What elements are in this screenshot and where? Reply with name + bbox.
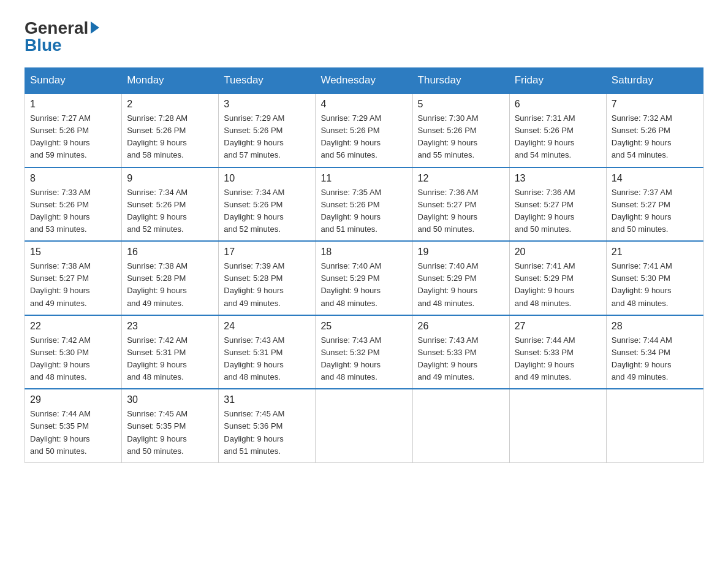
calendar-cell: 30Sunrise: 7:45 AMSunset: 5:35 PMDayligh… (122, 389, 219, 462)
calendar-week-row: 15Sunrise: 7:38 AMSunset: 5:27 PMDayligh… (25, 241, 703, 315)
calendar-cell: 10Sunrise: 7:34 AMSunset: 5:26 PMDayligh… (219, 167, 316, 242)
weekday-header-tuesday: Tuesday (219, 68, 316, 94)
day-info: Sunrise: 7:38 AMSunset: 5:28 PMDaylight:… (127, 260, 213, 310)
weekday-header-row: SundayMondayTuesdayWednesdayThursdayFrid… (25, 68, 703, 94)
day-number: 4 (320, 99, 407, 110)
day-info: Sunrise: 7:33 AMSunset: 5:26 PMDaylight:… (30, 186, 116, 236)
day-number: 24 (224, 321, 310, 332)
calendar-cell: 29Sunrise: 7:44 AMSunset: 5:35 PMDayligh… (25, 389, 122, 462)
day-info: Sunrise: 7:45 AMSunset: 5:36 PMDaylight:… (224, 408, 310, 458)
calendar-cell: 12Sunrise: 7:36 AMSunset: 5:27 PMDayligh… (412, 167, 509, 242)
calendar-cell: 2Sunrise: 7:28 AMSunset: 5:26 PMDaylight… (122, 93, 219, 167)
day-info: Sunrise: 7:31 AMSunset: 5:26 PMDaylight:… (515, 112, 601, 162)
weekday-header-wednesday: Wednesday (316, 68, 412, 94)
day-info: Sunrise: 7:43 AMSunset: 5:33 PMDaylight:… (418, 334, 504, 384)
day-info: Sunrise: 7:36 AMSunset: 5:27 PMDaylight:… (515, 186, 601, 236)
day-number: 25 (320, 321, 407, 332)
day-number: 5 (418, 99, 504, 110)
day-info: Sunrise: 7:34 AMSunset: 5:26 PMDaylight:… (127, 186, 213, 236)
day-info: Sunrise: 7:44 AMSunset: 5:35 PMDaylight:… (30, 408, 116, 458)
day-info: Sunrise: 7:35 AMSunset: 5:26 PMDaylight:… (320, 186, 407, 236)
day-number: 23 (127, 321, 213, 332)
calendar-cell: 21Sunrise: 7:41 AMSunset: 5:30 PMDayligh… (606, 241, 703, 315)
day-info: Sunrise: 7:38 AMSunset: 5:27 PMDaylight:… (30, 260, 116, 310)
calendar-cell: 18Sunrise: 7:40 AMSunset: 5:29 PMDayligh… (316, 241, 412, 315)
page-header: General Blue (25, 18, 703, 55)
calendar-cell: 9Sunrise: 7:34 AMSunset: 5:26 PMDaylight… (122, 167, 219, 242)
day-number: 28 (612, 321, 698, 332)
calendar-cell: 7Sunrise: 7:32 AMSunset: 5:26 PMDaylight… (606, 93, 703, 167)
day-info: Sunrise: 7:29 AMSunset: 5:26 PMDaylight:… (320, 112, 407, 162)
calendar-cell: 22Sunrise: 7:42 AMSunset: 5:30 PMDayligh… (25, 315, 122, 389)
day-info: Sunrise: 7:42 AMSunset: 5:30 PMDaylight:… (30, 334, 116, 384)
day-info: Sunrise: 7:28 AMSunset: 5:26 PMDaylight:… (127, 112, 213, 162)
day-number: 10 (224, 173, 310, 184)
day-info: Sunrise: 7:36 AMSunset: 5:27 PMDaylight:… (418, 186, 504, 236)
calendar-cell: 3Sunrise: 7:29 AMSunset: 5:26 PMDaylight… (219, 93, 316, 167)
day-number: 29 (30, 394, 116, 405)
calendar-cell: 23Sunrise: 7:42 AMSunset: 5:31 PMDayligh… (122, 315, 219, 389)
calendar-cell: 1Sunrise: 7:27 AMSunset: 5:26 PMDaylight… (25, 93, 122, 167)
day-info: Sunrise: 7:42 AMSunset: 5:31 PMDaylight:… (127, 334, 213, 384)
calendar-table: SundayMondayTuesdayWednesdayThursdayFrid… (25, 67, 703, 463)
day-number: 17 (224, 247, 310, 258)
calendar-cell: 6Sunrise: 7:31 AMSunset: 5:26 PMDaylight… (509, 93, 606, 167)
calendar-week-row: 29Sunrise: 7:44 AMSunset: 5:35 PMDayligh… (25, 389, 703, 462)
day-number: 15 (30, 247, 116, 258)
weekday-header-saturday: Saturday (606, 68, 703, 94)
calendar-cell (606, 389, 703, 462)
day-info: Sunrise: 7:43 AMSunset: 5:31 PMDaylight:… (224, 334, 310, 384)
calendar-cell: 13Sunrise: 7:36 AMSunset: 5:27 PMDayligh… (509, 167, 606, 242)
calendar-week-row: 1Sunrise: 7:27 AMSunset: 5:26 PMDaylight… (25, 93, 703, 167)
day-info: Sunrise: 7:30 AMSunset: 5:26 PMDaylight:… (418, 112, 504, 162)
day-number: 21 (612, 247, 698, 258)
day-number: 19 (418, 247, 504, 258)
calendar-cell: 4Sunrise: 7:29 AMSunset: 5:26 PMDaylight… (316, 93, 412, 167)
day-number: 16 (127, 247, 213, 258)
day-number: 18 (320, 247, 407, 258)
logo-blue-text: Blue (25, 36, 62, 55)
day-number: 11 (320, 173, 407, 184)
day-info: Sunrise: 7:27 AMSunset: 5:26 PMDaylight:… (30, 112, 116, 162)
day-info: Sunrise: 7:44 AMSunset: 5:34 PMDaylight:… (612, 334, 698, 384)
calendar-cell: 16Sunrise: 7:38 AMSunset: 5:28 PMDayligh… (122, 241, 219, 315)
weekday-header-monday: Monday (122, 68, 219, 94)
day-number: 27 (515, 321, 601, 332)
calendar-cell: 11Sunrise: 7:35 AMSunset: 5:26 PMDayligh… (316, 167, 412, 242)
day-info: Sunrise: 7:41 AMSunset: 5:30 PMDaylight:… (612, 260, 698, 310)
calendar-week-row: 8Sunrise: 7:33 AMSunset: 5:26 PMDaylight… (25, 167, 703, 242)
calendar-cell: 15Sunrise: 7:38 AMSunset: 5:27 PMDayligh… (25, 241, 122, 315)
calendar-cell: 27Sunrise: 7:44 AMSunset: 5:33 PMDayligh… (509, 315, 606, 389)
day-number: 7 (612, 99, 698, 110)
day-number: 12 (418, 173, 504, 184)
day-number: 22 (30, 321, 116, 332)
day-number: 13 (515, 173, 601, 184)
calendar-cell: 25Sunrise: 7:43 AMSunset: 5:32 PMDayligh… (316, 315, 412, 389)
day-number: 1 (30, 99, 116, 110)
calendar-cell: 28Sunrise: 7:44 AMSunset: 5:34 PMDayligh… (606, 315, 703, 389)
calendar-cell (316, 389, 412, 462)
calendar-cell (509, 389, 606, 462)
day-info: Sunrise: 7:45 AMSunset: 5:35 PMDaylight:… (127, 408, 213, 458)
day-number: 6 (515, 99, 601, 110)
day-info: Sunrise: 7:29 AMSunset: 5:26 PMDaylight:… (224, 112, 310, 162)
weekday-header-thursday: Thursday (412, 68, 509, 94)
day-number: 30 (127, 394, 213, 405)
calendar-cell: 8Sunrise: 7:33 AMSunset: 5:26 PMDaylight… (25, 167, 122, 242)
day-number: 20 (515, 247, 601, 258)
calendar-cell: 20Sunrise: 7:41 AMSunset: 5:29 PMDayligh… (509, 241, 606, 315)
logo: General Blue (25, 18, 99, 55)
calendar-week-row: 22Sunrise: 7:42 AMSunset: 5:30 PMDayligh… (25, 315, 703, 389)
weekday-header-sunday: Sunday (25, 68, 122, 94)
calendar-cell: 17Sunrise: 7:39 AMSunset: 5:28 PMDayligh… (219, 241, 316, 315)
day-number: 31 (224, 394, 310, 405)
day-number: 3 (224, 99, 310, 110)
weekday-header-friday: Friday (509, 68, 606, 94)
day-info: Sunrise: 7:37 AMSunset: 5:27 PMDaylight:… (612, 186, 698, 236)
day-info: Sunrise: 7:43 AMSunset: 5:32 PMDaylight:… (320, 334, 407, 384)
calendar-cell: 24Sunrise: 7:43 AMSunset: 5:31 PMDayligh… (219, 315, 316, 389)
calendar-cell: 19Sunrise: 7:40 AMSunset: 5:29 PMDayligh… (412, 241, 509, 315)
day-number: 9 (127, 173, 213, 184)
calendar-cell: 5Sunrise: 7:30 AMSunset: 5:26 PMDaylight… (412, 93, 509, 167)
day-number: 26 (418, 321, 504, 332)
